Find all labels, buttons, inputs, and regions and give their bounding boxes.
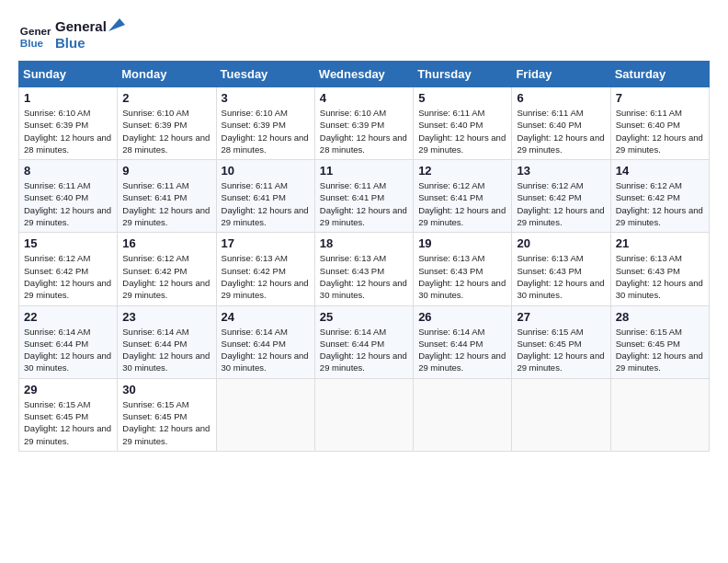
calendar-day-cell: 16Sunrise: 6:12 AMSunset: 6:42 PMDayligh…: [118, 233, 216, 305]
day-number: 27: [517, 310, 605, 324]
calendar-week-row: 22Sunrise: 6:14 AMSunset: 6:44 PMDayligh…: [19, 305, 710, 378]
logo-line1: General: [55, 18, 125, 35]
day-info: Sunrise: 6:14 AMSunset: 6:44 PMDaylight:…: [418, 326, 506, 374]
calendar-day-cell: 14Sunrise: 6:12 AMSunset: 6:42 PMDayligh…: [610, 160, 709, 233]
day-info: Sunrise: 6:12 AMSunset: 6:42 PMDaylight:…: [24, 252, 112, 301]
day-number: 3: [222, 91, 310, 105]
day-number: 26: [418, 310, 506, 324]
calendar-day-cell: 7Sunrise: 6:11 AMSunset: 6:40 PMDaylight…: [610, 87, 709, 160]
day-info: Sunrise: 6:11 AMSunset: 6:41 PMDaylight:…: [122, 179, 210, 228]
calendar-week-row: 15Sunrise: 6:12 AMSunset: 6:42 PMDayligh…: [19, 233, 710, 305]
page-header: General Blue General Blue: [18, 18, 710, 52]
day-info: Sunrise: 6:11 AMSunset: 6:40 PMDaylight:…: [517, 107, 605, 155]
calendar-day-cell: 30Sunrise: 6:15 AMSunset: 6:45 PMDayligh…: [118, 378, 216, 451]
day-number: 10: [222, 164, 310, 178]
calendar-day-cell: 1Sunrise: 6:10 AMSunset: 6:39 PMDaylight…: [19, 87, 118, 160]
calendar-day-cell: 5Sunrise: 6:11 AMSunset: 6:40 PMDaylight…: [414, 87, 512, 160]
day-number: 11: [320, 164, 408, 178]
day-info: Sunrise: 6:13 AMSunset: 6:42 PMDaylight:…: [222, 252, 310, 301]
calendar-day-cell: 18Sunrise: 6:13 AMSunset: 6:43 PMDayligh…: [314, 233, 413, 305]
calendar-empty-cell: [314, 378, 413, 451]
day-info: Sunrise: 6:12 AMSunset: 6:42 PMDaylight:…: [517, 179, 605, 228]
day-info: Sunrise: 6:12 AMSunset: 6:42 PMDaylight:…: [616, 179, 704, 228]
day-number: 19: [418, 236, 506, 250]
logo-line2: Blue: [55, 35, 125, 52]
calendar-day-cell: 22Sunrise: 6:14 AMSunset: 6:44 PMDayligh…: [19, 305, 118, 378]
day-info: Sunrise: 6:11 AMSunset: 6:40 PMDaylight:…: [616, 107, 704, 155]
column-header-sunday: Sunday: [19, 62, 118, 87]
day-number: 24: [222, 310, 310, 324]
calendar-empty-cell: [512, 378, 610, 451]
day-info: Sunrise: 6:15 AMSunset: 6:45 PMDaylight:…: [616, 326, 704, 374]
calendar-day-cell: 6Sunrise: 6:11 AMSunset: 6:40 PMDaylight…: [512, 87, 610, 160]
day-info: Sunrise: 6:12 AMSunset: 6:41 PMDaylight:…: [418, 179, 506, 228]
day-number: 18: [320, 236, 408, 250]
day-number: 28: [616, 310, 704, 324]
day-info: Sunrise: 6:14 AMSunset: 6:44 PMDaylight:…: [320, 326, 408, 374]
day-number: 25: [320, 310, 408, 324]
day-number: 12: [418, 164, 506, 178]
calendar-day-cell: 29Sunrise: 6:15 AMSunset: 6:45 PMDayligh…: [19, 378, 118, 451]
day-number: 15: [24, 236, 112, 250]
column-header-saturday: Saturday: [610, 62, 709, 87]
calendar-day-cell: 15Sunrise: 6:12 AMSunset: 6:42 PMDayligh…: [19, 233, 118, 305]
svg-marker-3: [108, 18, 125, 31]
calendar-day-cell: 27Sunrise: 6:15 AMSunset: 6:45 PMDayligh…: [512, 305, 610, 378]
day-info: Sunrise: 6:11 AMSunset: 6:40 PMDaylight:…: [24, 179, 112, 228]
calendar-day-cell: 26Sunrise: 6:14 AMSunset: 6:44 PMDayligh…: [414, 305, 512, 378]
day-info: Sunrise: 6:11 AMSunset: 6:40 PMDaylight:…: [418, 107, 506, 155]
day-number: 13: [517, 164, 605, 178]
day-number: 20: [517, 236, 605, 250]
day-info: Sunrise: 6:14 AMSunset: 6:44 PMDaylight:…: [122, 326, 210, 374]
day-number: 22: [24, 310, 112, 324]
calendar-day-cell: 11Sunrise: 6:11 AMSunset: 6:41 PMDayligh…: [314, 160, 413, 233]
logo-bird-icon: [108, 18, 125, 31]
calendar-day-cell: 23Sunrise: 6:14 AMSunset: 6:44 PMDayligh…: [118, 305, 216, 378]
day-info: Sunrise: 6:13 AMSunset: 6:43 PMDaylight:…: [517, 252, 605, 301]
calendar-header-row: SundayMondayTuesdayWednesdayThursdayFrid…: [19, 62, 710, 87]
day-number: 4: [320, 91, 408, 105]
calendar-day-cell: 13Sunrise: 6:12 AMSunset: 6:42 PMDayligh…: [512, 160, 610, 233]
calendar-day-cell: 10Sunrise: 6:11 AMSunset: 6:41 PMDayligh…: [216, 160, 314, 233]
calendar-week-row: 8Sunrise: 6:11 AMSunset: 6:40 PMDaylight…: [19, 160, 710, 233]
calendar-day-cell: 24Sunrise: 6:14 AMSunset: 6:44 PMDayligh…: [216, 305, 314, 378]
day-info: Sunrise: 6:12 AMSunset: 6:42 PMDaylight:…: [122, 252, 210, 301]
day-number: 29: [24, 383, 112, 396]
day-number: 2: [122, 91, 210, 105]
day-number: 8: [24, 164, 112, 178]
day-number: 30: [122, 383, 210, 396]
calendar-week-row: 1Sunrise: 6:10 AMSunset: 6:39 PMDaylight…: [19, 87, 710, 160]
svg-text:Blue: Blue: [20, 37, 44, 49]
calendar-day-cell: 4Sunrise: 6:10 AMSunset: 6:39 PMDaylight…: [314, 87, 413, 160]
calendar-table: SundayMondayTuesdayWednesdayThursdayFrid…: [18, 61, 710, 452]
day-number: 21: [616, 236, 704, 250]
day-number: 9: [122, 164, 210, 178]
day-info: Sunrise: 6:10 AMSunset: 6:39 PMDaylight:…: [320, 107, 408, 155]
day-number: 23: [122, 310, 210, 324]
calendar-day-cell: 2Sunrise: 6:10 AMSunset: 6:39 PMDaylight…: [118, 87, 216, 160]
day-number: 6: [517, 91, 605, 105]
logo-icon: General Blue: [18, 18, 51, 52]
column-header-wednesday: Wednesday: [314, 62, 413, 87]
logo: General Blue General Blue: [18, 18, 125, 52]
day-number: 17: [222, 236, 310, 250]
day-info: Sunrise: 6:10 AMSunset: 6:39 PMDaylight:…: [24, 107, 112, 155]
day-info: Sunrise: 6:11 AMSunset: 6:41 PMDaylight:…: [222, 179, 310, 228]
calendar-empty-cell: [414, 378, 512, 451]
day-number: 16: [122, 236, 210, 250]
day-info: Sunrise: 6:15 AMSunset: 6:45 PMDaylight:…: [517, 326, 605, 374]
calendar-day-cell: 21Sunrise: 6:13 AMSunset: 6:43 PMDayligh…: [610, 233, 709, 305]
calendar-day-cell: 8Sunrise: 6:11 AMSunset: 6:40 PMDaylight…: [19, 160, 118, 233]
day-info: Sunrise: 6:15 AMSunset: 6:45 PMDaylight:…: [122, 398, 210, 447]
calendar-day-cell: 9Sunrise: 6:11 AMSunset: 6:41 PMDaylight…: [118, 160, 216, 233]
day-number: 7: [616, 91, 704, 105]
day-info: Sunrise: 6:14 AMSunset: 6:44 PMDaylight:…: [24, 326, 112, 374]
calendar-day-cell: 25Sunrise: 6:14 AMSunset: 6:44 PMDayligh…: [314, 305, 413, 378]
day-info: Sunrise: 6:10 AMSunset: 6:39 PMDaylight:…: [222, 107, 310, 155]
calendar-day-cell: 17Sunrise: 6:13 AMSunset: 6:42 PMDayligh…: [216, 233, 314, 305]
day-number: 1: [24, 91, 112, 105]
column-header-thursday: Thursday: [414, 62, 512, 87]
calendar-day-cell: 19Sunrise: 6:13 AMSunset: 6:43 PMDayligh…: [414, 233, 512, 305]
day-info: Sunrise: 6:10 AMSunset: 6:39 PMDaylight:…: [122, 107, 210, 155]
calendar-day-cell: 12Sunrise: 6:12 AMSunset: 6:41 PMDayligh…: [414, 160, 512, 233]
